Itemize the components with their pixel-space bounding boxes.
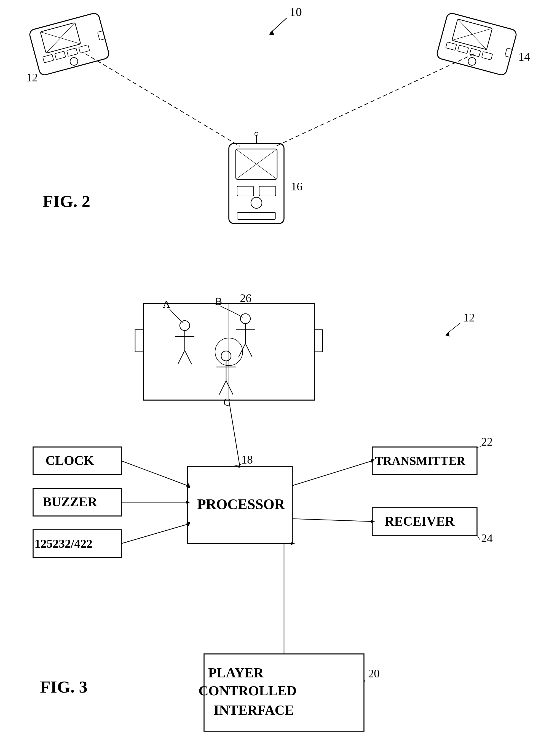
svg-line-48 (185, 350, 192, 364)
svg-rect-23 (229, 143, 284, 224)
svg-rect-4 (40, 23, 81, 53)
svg-marker-94 (371, 520, 375, 523)
svg-line-33 (85, 54, 240, 146)
svg-point-11 (69, 57, 79, 66)
svg-rect-30 (237, 212, 276, 219)
svg-rect-8 (55, 51, 66, 60)
svg-rect-41 (314, 330, 323, 352)
svg-rect-22 (505, 48, 512, 57)
svg-line-102 (364, 679, 365, 683)
svg-rect-9 (67, 48, 78, 56)
svg-line-85 (121, 461, 187, 486)
svg-text:24: 24 (481, 532, 493, 545)
svg-marker-92 (371, 459, 375, 463)
svg-line-6 (40, 23, 81, 53)
svg-point-21 (467, 57, 477, 66)
svg-rect-24 (236, 149, 277, 179)
svg-point-32 (255, 132, 258, 135)
svg-line-93 (292, 519, 372, 521)
svg-line-89 (121, 524, 187, 544)
svg-point-54 (221, 351, 231, 361)
svg-text:PLAYER: PLAYER (208, 665, 264, 680)
svg-rect-27 (237, 186, 254, 196)
svg-point-44 (180, 321, 190, 331)
svg-rect-7 (43, 54, 54, 63)
svg-text:18: 18 (241, 453, 253, 466)
svg-rect-73 (187, 466, 292, 544)
svg-rect-39 (143, 304, 314, 400)
svg-line-84 (477, 535, 480, 540)
svg-line-5 (40, 23, 81, 53)
svg-line-80 (477, 446, 481, 447)
svg-rect-81 (372, 508, 477, 535)
svg-line-57 (219, 381, 226, 394)
svg-text:22: 22 (481, 436, 493, 448)
svg-rect-3 (29, 12, 110, 76)
svg-marker-88 (186, 501, 190, 504)
svg-point-42 (215, 338, 243, 366)
svg-rect-10 (79, 45, 89, 53)
svg-rect-18 (458, 45, 469, 54)
svg-rect-77 (372, 447, 477, 475)
svg-line-15 (452, 19, 492, 50)
svg-rect-19 (469, 48, 481, 57)
svg-line-47 (178, 350, 185, 364)
svg-marker-105 (291, 542, 295, 545)
svg-line-95 (229, 400, 240, 467)
svg-line-53 (245, 344, 252, 357)
svg-text:20: 20 (368, 667, 380, 680)
svg-rect-13 (436, 12, 517, 76)
svg-point-49 (240, 314, 251, 324)
svg-point-29 (251, 197, 262, 208)
svg-marker-2 (269, 30, 274, 35)
svg-rect-69 (33, 488, 121, 516)
svg-rect-71 (33, 530, 121, 557)
svg-line-25 (236, 149, 277, 179)
svg-line-52 (239, 344, 245, 357)
svg-rect-67 (33, 447, 121, 475)
svg-line-16 (452, 19, 492, 50)
svg-marker-66 (445, 332, 449, 336)
svg-text:12: 12 (463, 311, 475, 324)
svg-line-65 (447, 323, 460, 334)
svg-line-91 (292, 461, 372, 486)
svg-line-58 (226, 381, 233, 394)
svg-marker-90 (186, 521, 190, 526)
svg-marker-86 (186, 483, 190, 488)
svg-text:INTERFACE: INTERFACE (214, 702, 294, 718)
svg-marker-96 (239, 465, 241, 468)
svg-line-26 (236, 149, 277, 179)
svg-text:26: 26 (240, 292, 252, 305)
svg-rect-17 (445, 42, 457, 50)
svg-line-34 (276, 54, 474, 146)
svg-rect-40 (135, 330, 143, 352)
svg-rect-14 (452, 19, 492, 50)
svg-line-76 (230, 464, 241, 467)
svg-rect-20 (482, 52, 493, 60)
svg-rect-12 (98, 31, 105, 40)
svg-line-1 (270, 18, 287, 33)
svg-rect-28 (259, 186, 276, 196)
